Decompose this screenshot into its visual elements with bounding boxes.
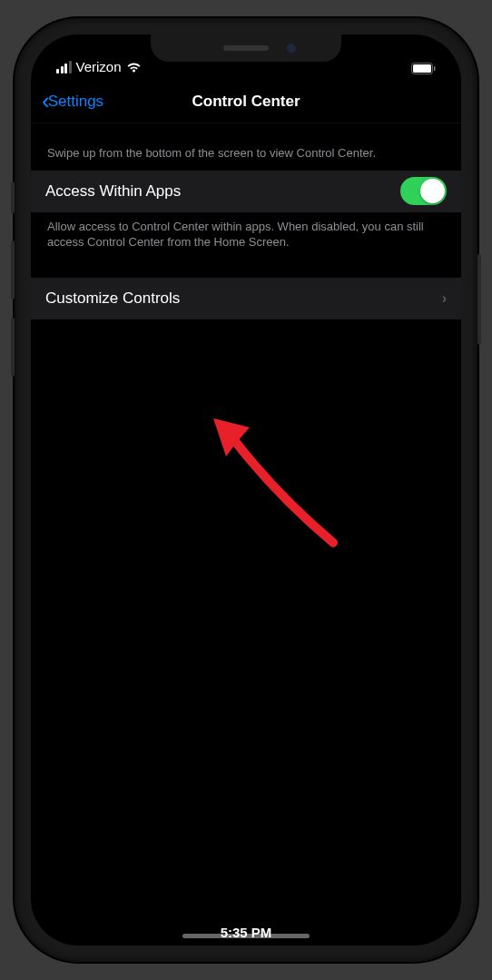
speaker [223, 45, 269, 51]
front-camera [287, 44, 296, 53]
back-label: Settings [48, 93, 103, 111]
volume-down-button [11, 318, 15, 377]
section-header-note: Swipe up from the bottom of the screen t… [31, 145, 461, 171]
cellular-signal-icon [56, 61, 72, 74]
customize-controls-label: Customize Controls [45, 289, 442, 308]
page-title: Control Center [192, 93, 300, 111]
svg-rect-2 [434, 66, 436, 71]
chevron-right-icon: › [442, 290, 447, 307]
access-within-apps-cell: Access Within Apps [31, 171, 461, 212]
mute-switch [11, 181, 15, 213]
battery-icon [411, 63, 436, 74]
access-within-apps-label: Access Within Apps [45, 182, 400, 201]
customize-controls-cell[interactable]: Customize Controls › [31, 278, 461, 319]
screen: Verizon 5:35 PM [31, 34, 461, 946]
section-footer-note: Allow access to Control Center within ap… [31, 212, 461, 278]
status-left: Verizon [56, 59, 142, 74]
phone-frame: Verizon 5:35 PM [15, 18, 477, 962]
power-button [477, 254, 481, 345]
volume-up-button [11, 240, 15, 299]
access-within-apps-toggle[interactable] [400, 177, 447, 205]
home-indicator[interactable] [182, 934, 310, 938]
wifi-icon [126, 62, 142, 73]
nav-bar: ‹ Settings Control Center [31, 80, 461, 123]
status-right [411, 63, 436, 74]
carrier-label: Verizon [76, 59, 122, 74]
toggle-knob [420, 179, 445, 203]
notch [151, 34, 341, 62]
content: Swipe up from the bottom of the screen t… [31, 123, 461, 319]
back-button[interactable]: ‹ Settings [42, 87, 103, 115]
svg-rect-1 [413, 64, 431, 73]
